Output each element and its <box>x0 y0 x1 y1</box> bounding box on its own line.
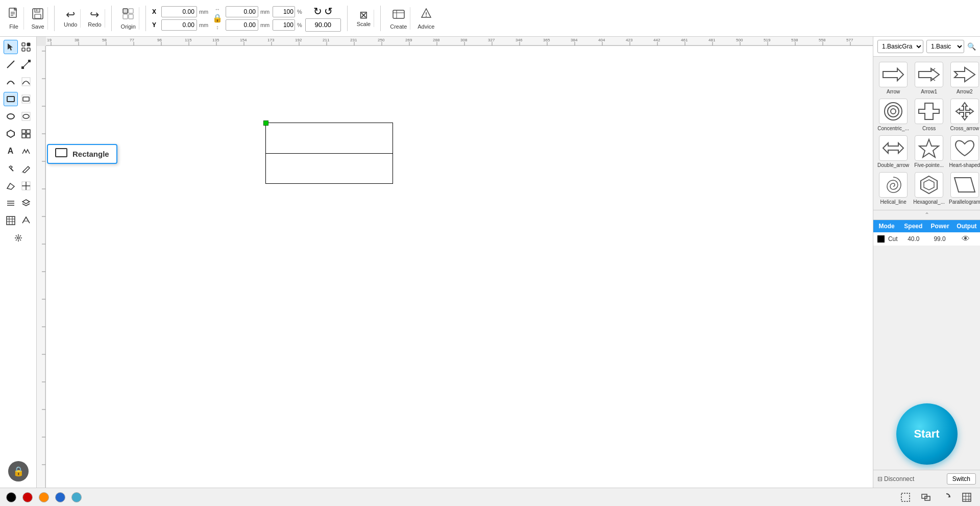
canvas-rectangle[interactable] <box>265 123 393 184</box>
canvas-content[interactable] <box>46 46 873 488</box>
create-button[interactable]: Create <box>387 7 410 30</box>
shapes-collapse[interactable]: ⌃ <box>873 210 980 220</box>
eraser-tool[interactable] <box>4 179 18 193</box>
select-tool[interactable] <box>4 40 18 54</box>
w-input[interactable] <box>226 6 258 17</box>
table-tool[interactable] <box>4 213 18 228</box>
profile1-select[interactable]: 1.BasicGra <box>877 40 923 53</box>
sep2 <box>111 6 112 31</box>
w-pct-input[interactable] <box>273 6 295 17</box>
canvas-lock-btn[interactable]: 🔒 <box>8 461 29 481</box>
color-orange[interactable] <box>39 492 49 502</box>
curve-tool[interactable] <box>4 75 18 89</box>
rotate-ccw-icon[interactable]: ↻ <box>313 5 322 17</box>
search-icon[interactable]: 🔍 <box>967 42 976 51</box>
color-blue[interactable] <box>55 492 65 502</box>
svg-rect-35 <box>27 130 30 133</box>
shape-heart[interactable]: Heart-shaped <box>949 135 980 168</box>
polygon2-tool[interactable] <box>19 127 33 141</box>
shape-cross[interactable]: Cross <box>913 99 945 131</box>
profile2-select[interactable]: 1.Basic <box>926 40 964 53</box>
table2-tool[interactable] <box>19 213 33 228</box>
start-button[interactable]: Start <box>896 403 958 465</box>
redo-label: Redo <box>88 21 101 28</box>
bottom-rotate-tool[interactable] <box>939 490 953 504</box>
eraser2-tool[interactable] <box>19 179 33 193</box>
mode-table-row[interactable]: Cut 40.0 99.0 👁 <box>873 232 980 246</box>
bottom-grid-tool[interactable] <box>960 490 974 504</box>
y-input[interactable] <box>161 19 197 31</box>
save-button[interactable]: Save <box>28 7 48 30</box>
explode-tool[interactable] <box>11 231 26 245</box>
svg-point-17 <box>426 15 427 16</box>
toolbar: File Save ↩ Undo ↪ Redo <box>0 0 980 37</box>
h-pct-input[interactable] <box>273 19 295 31</box>
polygon-tool[interactable] <box>4 127 18 141</box>
scale-button[interactable]: ⊠ Scale <box>354 10 375 27</box>
shape-arrow2[interactable]: Arrow2 <box>949 62 980 94</box>
color-cyan[interactable] <box>71 492 82 502</box>
undo-button[interactable]: ↩ Undo <box>61 9 81 28</box>
pencil-tool[interactable] <box>4 161 18 176</box>
shape-arrow1[interactable]: Arrow1 <box>913 62 945 94</box>
h-input[interactable] <box>226 19 258 31</box>
svg-point-166 <box>888 106 899 117</box>
pencil2-tool[interactable] <box>19 161 33 176</box>
svg-text:269: 269 <box>405 38 412 42</box>
shape-heart-label: Heart-shaped <box>949 162 980 168</box>
canvas-area[interactable]: 1938587796115135154173192211231250269288… <box>37 37 873 488</box>
rotate-cw-icon[interactable]: ↺ <box>324 5 333 17</box>
layers-tool[interactable] <box>4 196 18 210</box>
rectangle-tool[interactable] <box>4 92 18 106</box>
ellipse-tool[interactable] <box>4 109 18 124</box>
y-unit: mm <box>199 22 209 28</box>
color-black[interactable] <box>6 492 16 502</box>
text2-tool[interactable] <box>19 144 33 158</box>
disconnect-button[interactable]: ⊟ Disconnect <box>877 475 914 483</box>
rect-handle[interactable] <box>263 121 268 126</box>
color-red[interactable] <box>22 492 33 502</box>
tool-pair-rect: Rectangle <box>3 91 34 107</box>
redo-button[interactable]: ↪ Redo <box>85 9 105 28</box>
advice-button[interactable]: Advice <box>414 7 437 30</box>
origin-label: Origin <box>121 23 136 30</box>
shape-arrow[interactable]: Arrow <box>877 62 909 94</box>
layers2-tool[interactable] <box>19 196 33 210</box>
svg-text:38: 38 <box>75 38 79 42</box>
mode-table: Mode Speed Power Output Cut 40.0 99.0 👁 <box>873 220 980 246</box>
text-tool[interactable]: A <box>4 144 18 158</box>
svg-line-59 <box>20 239 21 240</box>
undo-label: Undo <box>64 21 77 28</box>
shape-parallelogram[interactable]: Parallelogram <box>949 172 980 205</box>
tooltip-rect-icon <box>55 148 67 160</box>
svg-rect-7 <box>36 9 37 11</box>
x-input[interactable] <box>161 6 197 17</box>
shape-helical-line[interactable]: Helical_line <box>877 172 909 205</box>
svg-text:211: 211 <box>323 38 330 42</box>
shape-five-pointed[interactable]: Five-pointe... <box>913 135 945 168</box>
shape-double-arrow[interactable]: Double_arrow <box>877 135 909 168</box>
redo-icon: ↪ <box>90 9 99 20</box>
switch-button[interactable]: Switch <box>947 473 976 485</box>
shape-hexagonal[interactable]: Hexagonal_... <box>913 172 945 205</box>
tool-pair-curve <box>3 74 34 90</box>
lock-icon[interactable]: 🔒 <box>212 13 223 23</box>
create-label: Create <box>390 23 407 30</box>
shape-concentric[interactable]: Concentric_... <box>877 99 909 131</box>
angle-input[interactable] <box>305 18 341 32</box>
svg-marker-173 <box>924 180 934 190</box>
svg-line-58 <box>16 235 17 236</box>
shape-cross-arrow[interactable]: Cross_arrow <box>949 99 980 131</box>
origin-button[interactable]: Origin <box>118 7 139 30</box>
curve2-tool[interactable] <box>19 75 33 89</box>
eye-icon[interactable]: 👁 <box>962 234 970 243</box>
ellipse2-tool[interactable] <box>19 109 33 124</box>
line-edit-tool[interactable] <box>19 57 33 71</box>
rect2-tool[interactable] <box>19 92 33 106</box>
line-tool[interactable] <box>4 57 18 71</box>
file-button[interactable]: File <box>4 7 24 30</box>
bottom-select-tool[interactable] <box>898 490 913 504</box>
shape-arrow-label: Arrow <box>887 89 900 94</box>
node-edit-tool[interactable] <box>19 40 33 54</box>
bottom-zoom-tool[interactable] <box>919 490 933 504</box>
